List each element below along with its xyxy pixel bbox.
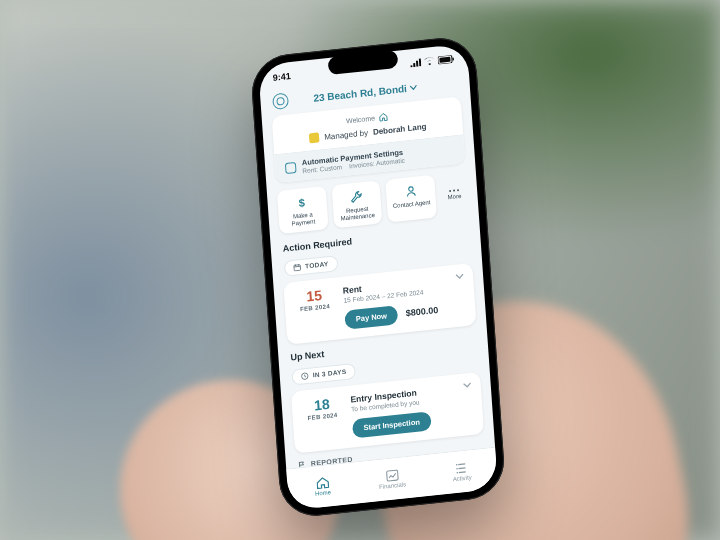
- phone: 9:41 23 Beach Rd, Bondi: [249, 35, 506, 520]
- tab-home-label: Home: [315, 489, 331, 497]
- inspection-day: 18: [301, 395, 342, 413]
- wrench-icon: [349, 189, 364, 204]
- pay-now-button[interactable]: Pay Now: [344, 305, 398, 330]
- header-spacer: [442, 83, 458, 85]
- inspection-task-card[interactable]: 18 FEB 2024 Entry Inspection To be compl…: [291, 372, 484, 454]
- svg-rect-2: [452, 57, 454, 60]
- tab-financials-label: Financials: [379, 481, 406, 490]
- home-icon: [315, 476, 329, 489]
- request-maintenance-button[interactable]: Request Maintenance: [331, 180, 382, 228]
- status-time: 9:41: [273, 71, 292, 83]
- managed-by-prefix: Managed by: [324, 128, 368, 142]
- welcome-label: Welcome: [346, 114, 375, 124]
- more-actions-button[interactable]: More: [440, 171, 469, 216]
- chevron-down-icon: [463, 382, 472, 389]
- contact-agent-button[interactable]: Contact Agent: [386, 175, 437, 223]
- tab-financials[interactable]: Financials: [356, 455, 428, 503]
- rent-day: 15: [294, 286, 335, 304]
- svg-rect-7: [386, 470, 398, 481]
- start-inspection-button[interactable]: Start Inspection: [352, 411, 432, 438]
- person-icon: [403, 183, 418, 198]
- more-label: More: [448, 193, 462, 201]
- svg-point-8: [455, 464, 457, 466]
- wifi-icon: [424, 57, 435, 66]
- quick-actions: $ Make a Payment Request Maintenance Con…: [277, 171, 469, 234]
- dots-icon: [449, 189, 459, 192]
- svg-point-10: [456, 472, 458, 474]
- svg-rect-1: [439, 57, 450, 63]
- rent-task-card[interactable]: 15 FEB 2024 Rent 15 Feb 2024 – 22 Feb 20…: [283, 263, 476, 345]
- app-logo-icon: [272, 92, 289, 110]
- gear-icon: [285, 161, 297, 173]
- tab-activity-label: Activity: [453, 474, 472, 482]
- agent-badge-icon: [309, 132, 320, 143]
- in-3-days-chip-label: IN 3 DAYS: [312, 368, 346, 379]
- agent-name: Deborah Lang: [373, 122, 427, 137]
- svg-text:$: $: [299, 196, 306, 209]
- status-indicators: [410, 55, 454, 68]
- activity-icon: [455, 462, 469, 475]
- rent-amount: $800.00: [406, 305, 439, 318]
- phone-screen: 9:41 23 Beach Rd, Bondi: [258, 43, 498, 510]
- today-chip-label: TODAY: [305, 260, 329, 269]
- svg-point-4: [408, 187, 413, 192]
- in-3-days-chip: IN 3 DAYS: [291, 363, 356, 386]
- chevron-down-icon: [410, 84, 417, 90]
- calendar-icon: [293, 263, 302, 272]
- financials-icon: [385, 469, 399, 482]
- svg-rect-5: [294, 264, 301, 270]
- signal-icon: [410, 58, 421, 67]
- house-icon: [379, 112, 389, 122]
- request-maintenance-label: Request Maintenance: [337, 205, 378, 223]
- chevron-down-icon: [455, 273, 464, 280]
- dollar-icon: $: [295, 195, 310, 210]
- battery-icon: [438, 55, 454, 65]
- make-payment-button[interactable]: $ Make a Payment: [277, 186, 328, 234]
- address-label: 23 Beach Rd, Bondi: [313, 82, 407, 103]
- contact-agent-label: Contact Agent: [393, 199, 431, 210]
- today-chip: TODAY: [284, 255, 338, 277]
- make-payment-label: Make a Payment: [282, 210, 323, 228]
- tab-home[interactable]: Home: [286, 462, 358, 510]
- tab-activity[interactable]: Activity: [426, 448, 498, 496]
- clock-icon: [301, 372, 310, 381]
- svg-point-9: [456, 468, 458, 470]
